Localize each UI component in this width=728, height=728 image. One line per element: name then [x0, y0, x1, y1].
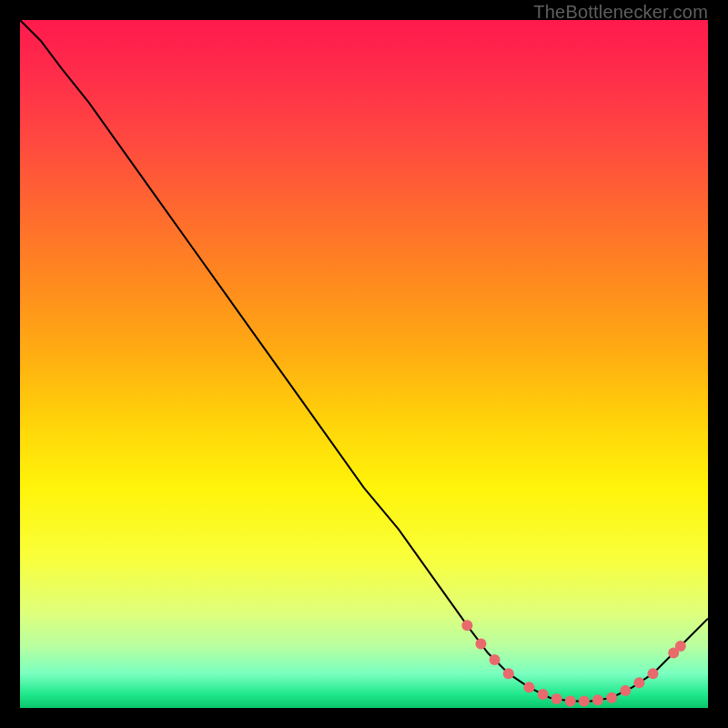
curve-marker	[565, 695, 576, 706]
curve-line	[20, 20, 708, 701]
curve-marker	[633, 677, 644, 688]
curve-marker	[476, 638, 487, 649]
curve-marker	[648, 668, 659, 679]
curve-marker	[538, 689, 549, 700]
curve-marker	[606, 693, 617, 703]
curve-marker	[579, 695, 590, 706]
curve-marker	[503, 668, 514, 679]
curve-marker	[490, 654, 500, 665]
bottleneck-curve	[20, 20, 708, 708]
chart-frame: TheBottlenecker.com	[0, 0, 728, 728]
curve-marker	[592, 694, 603, 705]
curve-marker	[675, 641, 686, 652]
plot-area	[20, 20, 708, 708]
curve-markers	[461, 620, 685, 706]
curve-marker	[551, 693, 562, 704]
curve-marker	[523, 682, 534, 693]
curve-marker	[461, 620, 472, 631]
curve-marker	[620, 685, 631, 696]
